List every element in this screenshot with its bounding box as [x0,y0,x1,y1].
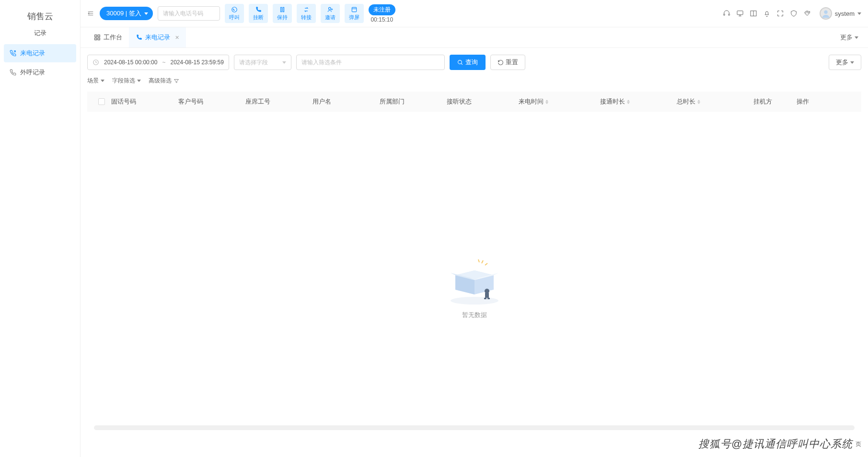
field-select[interactable]: 请选择字段 [234,55,291,70]
th-answer-status: 接听状态 [447,97,519,106]
fullscreen-icon[interactable] [776,10,784,17]
hangup-button[interactable]: 挂断 [249,4,268,23]
svg-point-7 [824,11,827,14]
chevron-down-icon [137,80,141,82]
sidebar-item-outgoing-records[interactable]: 外呼记录 [4,63,76,82]
sidebar-item-label: 外呼记录 [20,68,45,77]
empty-text: 暂无数据 [462,311,487,319]
filter-more-button[interactable]: 更多 [829,55,861,70]
hold-button[interactable]: 保持 [273,4,292,23]
sidebar-section-title: 记录 [0,26,80,44]
action-label: 呼叫 [229,14,240,21]
chevron-down-icon [282,61,286,64]
scene-filter[interactable]: 场景 [87,77,104,85]
empty-state: 暂无数据 [87,112,861,425]
search-icon [457,59,463,66]
filter-icon [174,78,179,84]
action-label: 弹屏 [349,14,359,21]
headset-icon[interactable] [723,10,730,17]
secondary-filters: 场景 字段筛选 高级筛选 [81,75,868,92]
reset-label: 重置 [506,58,518,67]
call-button[interactable]: 呼叫 [225,4,244,23]
refresh-icon[interactable] [803,10,811,17]
tab-label: 来电记录 [145,33,170,42]
header-toolbar: 30009 | 签入 呼叫 挂断 保持 转接 [81,0,868,27]
invite-button[interactable]: 邀请 [321,4,340,23]
grid-icon [94,34,101,41]
phone-outgoing-icon [10,69,16,76]
tab-incoming-records[interactable]: 来电记录 ✕ [129,27,186,47]
th-call-time[interactable]: 来电时间 [519,97,600,106]
collapse-sidebar-button[interactable] [87,10,95,17]
select-all-checkbox[interactable] [92,98,111,105]
popup-button[interactable]: 弹屏 [345,4,364,23]
footer-row: 搜狐号@捷讯通信呼叫中心系统 页 [81,433,868,457]
th-actions: 操作 [797,97,830,106]
svg-rect-8 [95,35,97,37]
sort-icon [697,100,700,104]
register-status-chip: 未注册 [369,4,395,15]
tabs-more-button[interactable]: 更多 [837,33,861,42]
phone-incoming-icon [136,34,142,41]
phone-incoming-icon [10,50,16,57]
columns-icon[interactable] [750,10,757,17]
th-connected-duration[interactable]: 接通时长 [600,97,677,106]
agent-chip-label: 30009 | 签入 [106,9,141,18]
action-label: 保持 [277,14,288,21]
tab-label: 工作台 [104,33,122,42]
svg-rect-17 [484,298,486,299]
th-customer-number: 客户号码 [178,97,245,106]
field-placeholder: 请选择字段 [239,59,268,67]
phone-number-input[interactable] [158,6,220,21]
sidebar: 销售云 记录 来电记录 外呼记录 [0,0,81,457]
horizontal-scrollbar[interactable] [94,425,855,430]
transfer-button[interactable]: 转接 [297,4,316,23]
search-label: 查询 [465,58,478,67]
th-agent-id: 座席工号 [245,97,312,106]
th-total-duration[interactable]: 总时长 [677,97,753,106]
shield-icon[interactable] [790,10,798,17]
popup-icon [351,6,358,13]
th-username: 用户名 [312,97,380,106]
svg-rect-1 [280,7,281,12]
action-label: 挂断 [253,14,264,21]
close-icon[interactable]: ✕ [175,35,179,41]
user-name: system [835,10,855,17]
date-range-picker[interactable]: 2024-08-15 00:00:00 ~ 2024-08-15 23:59:5… [87,55,229,70]
monitor-icon[interactable] [736,10,744,17]
agent-status-chip[interactable]: 30009 | 签入 [100,7,153,20]
th-hangup-side: 挂机方 [753,97,797,106]
action-label: 邀请 [325,14,336,21]
chevron-down-icon [850,61,854,64]
filter-condition-input[interactable] [296,55,445,70]
svg-rect-2 [283,7,284,12]
status-block: 未注册 00:15:10 [369,4,395,23]
tab-workbench[interactable]: 工作台 [87,27,129,47]
sidebar-item-incoming-records[interactable]: 来电记录 [4,44,76,62]
advanced-filter-tag[interactable]: 高级筛选 [149,77,179,85]
search-button[interactable]: 查询 [450,55,486,70]
clock-icon [93,59,99,66]
svg-point-14 [451,297,498,305]
svg-rect-16 [485,293,489,298]
empty-box-icon [441,256,508,304]
svg-rect-9 [98,35,100,37]
pause-icon [279,6,286,13]
user-menu[interactable]: system [820,7,861,20]
transfer-icon [303,6,310,13]
more-label: 更多 [840,33,853,42]
table: 固话号码 客户号码 座席工号 用户名 所属部门 接听状态 来电时间 接通时长 总… [81,92,868,433]
th-department: 所属部门 [380,97,447,106]
session-timer: 00:15:10 [370,16,393,23]
svg-rect-10 [95,38,97,40]
date-separator: ~ [162,59,165,66]
date-end: 2024-08-15 23:59:59 [170,59,223,66]
chevron-down-icon [857,12,861,15]
reset-icon [498,59,504,66]
action-label: 转接 [301,14,312,21]
chevron-down-icon [855,36,858,39]
field-filter-tag[interactable]: 字段筛选 [112,77,141,85]
whatsapp-icon [231,6,238,13]
reset-button[interactable]: 重置 [490,55,525,70]
bell-icon[interactable] [763,10,771,17]
